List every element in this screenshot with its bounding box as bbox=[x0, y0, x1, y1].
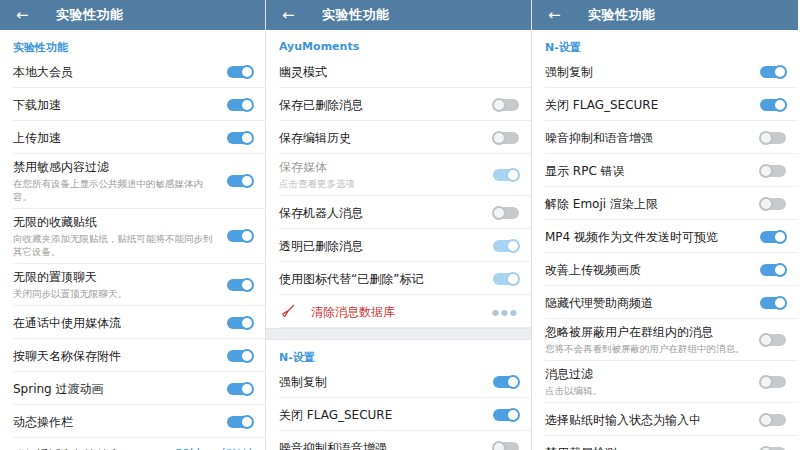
setting-row[interactable]: 禁用敏感内容过滤在您所有设备上显示公共频道中的敏感媒体内容。 bbox=[0, 154, 265, 209]
setting-text: 保存编辑历史 bbox=[279, 130, 493, 146]
setting-title: 显示 RPC 错误 bbox=[545, 163, 750, 179]
setting-row[interactable]: 无限的收藏贴纸向收藏夹添加无限贴纸，贴纸可能将不能同步到其它设备。 bbox=[0, 209, 265, 264]
back-arrow-icon[interactable]: ← bbox=[548, 8, 566, 23]
back-arrow-icon[interactable]: ← bbox=[282, 8, 300, 23]
toggle-switch[interactable] bbox=[760, 264, 786, 276]
toggle-knob bbox=[506, 239, 520, 253]
setting-row[interactable]: Spring 过渡动画 bbox=[0, 372, 265, 405]
toggle-switch[interactable] bbox=[760, 165, 786, 177]
setting-row[interactable]: 忽略被屏蔽用户在群组内的消息您将不会再看到被屏蔽的用户在群组中的消息。 bbox=[532, 319, 798, 361]
toggle-knob bbox=[759, 446, 773, 450]
setting-row[interactable]: 解除 Emoji 渲染上限 bbox=[532, 187, 798, 220]
setting-text: 透明已删除消息 bbox=[279, 238, 493, 254]
toggle-switch[interactable] bbox=[493, 99, 519, 111]
toggle-knob bbox=[506, 408, 520, 422]
setting-row[interactable]: 选择贴纸时输入状态为输入中 bbox=[532, 403, 798, 436]
setting-title: 透明已删除消息 bbox=[279, 238, 483, 254]
setting-title: 禁用敏感内容过滤 bbox=[13, 159, 217, 175]
setting-row[interactable]: 本地大会员 bbox=[0, 55, 265, 88]
toggle-knob bbox=[240, 131, 254, 145]
setting-row[interactable]: 上传加速 bbox=[0, 121, 265, 154]
toggle-knob bbox=[240, 278, 254, 292]
toggle-switch[interactable] bbox=[227, 416, 253, 428]
setting-text: 关闭 FLAG_SECURE bbox=[279, 407, 493, 423]
setting-row[interactable]: 关闭 FLAG_SECURE bbox=[266, 398, 531, 431]
section-divider bbox=[266, 328, 531, 340]
setting-row[interactable]: 透明已删除消息 bbox=[266, 229, 531, 262]
setting-row[interactable]: 无限的置顶聊天关闭同步以置顶无限聊天。 bbox=[0, 264, 265, 306]
setting-row[interactable]: 保存媒体点击查看更多选项 bbox=[266, 154, 531, 196]
setting-row[interactable]: 强制复制 bbox=[266, 365, 531, 398]
toggle-switch[interactable] bbox=[760, 66, 786, 78]
toggle-switch[interactable] bbox=[227, 350, 253, 362]
setting-row[interactable]: 动态操作栏 bbox=[0, 405, 265, 438]
settings-screen-3: ←实验性功能N-设置强制复制关闭 FLAG_SECURE噪音抑制和语音增强显示 … bbox=[532, 0, 798, 450]
setting-row[interactable]: 禁用截屏检测 bbox=[532, 436, 798, 450]
toggle-switch[interactable] bbox=[227, 279, 253, 291]
toggle-knob bbox=[240, 229, 254, 243]
setting-text: 本地大会员 bbox=[13, 64, 227, 80]
toggle-switch[interactable] bbox=[760, 132, 786, 144]
toggle-switch[interactable] bbox=[227, 132, 253, 144]
setting-subtitle: 点击查看更多选项 bbox=[279, 177, 483, 190]
toggle-switch[interactable] bbox=[760, 447, 786, 450]
toggle-switch[interactable] bbox=[227, 230, 253, 242]
setting-row[interactable]: 使用图标代替“已删除”标记 bbox=[266, 262, 531, 295]
setting-row[interactable]: 噪音抑制和语音增强 bbox=[532, 121, 798, 154]
app-bar: ←实验性功能 bbox=[0, 0, 265, 30]
toggle-knob bbox=[759, 164, 773, 178]
toggle-switch[interactable] bbox=[493, 442, 519, 450]
setting-title: 关闭 FLAG_SECURE bbox=[545, 97, 750, 113]
toggle-switch[interactable] bbox=[760, 99, 786, 111]
toggle-switch[interactable] bbox=[493, 273, 519, 285]
setting-row[interactable]: 显示 RPC 错误 bbox=[532, 154, 798, 187]
setting-text: 改善上传视频画质 bbox=[545, 262, 760, 278]
toggle-switch[interactable] bbox=[227, 99, 253, 111]
toggle-switch[interactable] bbox=[760, 334, 786, 346]
back-arrow-icon[interactable]: ← bbox=[16, 8, 34, 23]
ellipsis-icon[interactable]: ●●● bbox=[492, 307, 519, 317]
setting-row[interactable]: 保存已删除消息 bbox=[266, 88, 531, 121]
toggle-switch[interactable] bbox=[493, 132, 519, 144]
toggle-switch[interactable] bbox=[493, 376, 519, 388]
toggle-switch[interactable] bbox=[227, 175, 253, 187]
setting-text: 禁用敏感内容过滤在您所有设备上显示公共频道中的敏感媒体内容。 bbox=[13, 159, 227, 203]
clear-message-db-row[interactable]: 清除消息数据库●●● bbox=[266, 295, 531, 328]
toggle-switch[interactable] bbox=[493, 240, 519, 252]
setting-row[interactable]: 消息过滤点击以编辑。 bbox=[532, 361, 798, 403]
setting-row[interactable]: 下载加速 bbox=[0, 88, 265, 121]
setting-text: 幽灵模式 bbox=[279, 64, 519, 80]
toggle-knob bbox=[492, 131, 506, 145]
toggle-switch[interactable] bbox=[493, 207, 519, 219]
section-header: 实验性功能 bbox=[0, 30, 265, 55]
setting-title: 保存机器人消息 bbox=[279, 205, 483, 221]
toggle-switch[interactable] bbox=[227, 66, 253, 78]
setting-text: 消息过滤点击以编辑。 bbox=[545, 366, 760, 397]
setting-text: 禁用截屏检测 bbox=[545, 445, 760, 450]
toggle-knob bbox=[773, 65, 787, 79]
toggle-knob bbox=[240, 174, 254, 188]
toggle-switch[interactable] bbox=[760, 414, 786, 426]
setting-row[interactable]: 按聊天名称保存附件 bbox=[0, 339, 265, 372]
toggle-switch[interactable] bbox=[493, 169, 519, 181]
toggle-switch[interactable] bbox=[493, 409, 519, 421]
setting-row[interactable]: 关闭 FLAG_SECURE bbox=[532, 88, 798, 121]
setting-row[interactable]: 隐藏代理赞助商频道 bbox=[532, 286, 798, 319]
toggle-switch[interactable] bbox=[227, 383, 253, 395]
toggle-switch[interactable] bbox=[760, 297, 786, 309]
broom-icon bbox=[279, 303, 296, 320]
setting-row[interactable]: 在通话中使用媒体流 bbox=[0, 306, 265, 339]
toggle-switch[interactable] bbox=[227, 317, 253, 329]
setting-title: 幽灵模式 bbox=[279, 64, 509, 80]
toggle-switch[interactable] bbox=[760, 376, 786, 388]
setting-row[interactable]: MP4 视频作为文件发送时可预览 bbox=[532, 220, 798, 253]
toggle-switch[interactable] bbox=[760, 231, 786, 243]
setting-row[interactable]: 保存编辑历史 bbox=[266, 121, 531, 154]
setting-row[interactable]: 强制复制 bbox=[532, 55, 798, 88]
setting-row[interactable]: 幽灵模式 bbox=[266, 55, 531, 88]
setting-row[interactable]: 改善上传视频画质 bbox=[532, 253, 798, 286]
toggle-switch[interactable] bbox=[760, 198, 786, 210]
setting-row[interactable]: 噪音抑制和语音增强 bbox=[266, 431, 531, 450]
setting-row[interactable]: 保存机器人消息 bbox=[266, 196, 531, 229]
setting-row[interactable]: 群组通话音频比特率32kbps (默认) bbox=[0, 438, 265, 450]
